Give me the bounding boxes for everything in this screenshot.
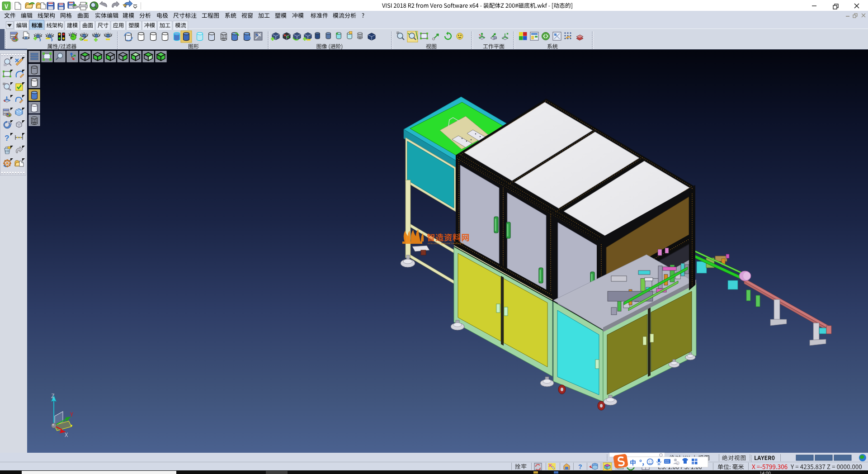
svg-text:?: ?	[5, 134, 9, 142]
svg-text:?: ?	[578, 463, 582, 470]
